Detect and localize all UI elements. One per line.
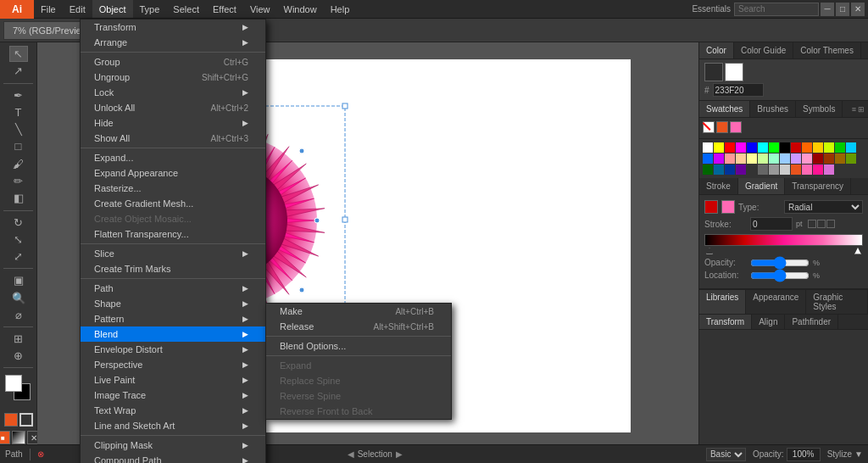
tab-graphic-styles[interactable]: Graphic Styles	[806, 290, 868, 314]
paintbrush-tool[interactable]: 🖌	[9, 156, 28, 172]
opacity-slider[interactable]	[750, 259, 810, 266]
swatch-item[interactable]	[846, 142, 856, 153]
swatch-item[interactable]	[736, 153, 746, 164]
pen-tool[interactable]: ✒	[9, 86, 28, 103]
swatch-item[interactable]	[716, 121, 728, 133]
menu-item-lock[interactable]: Lock▶	[81, 85, 265, 100]
tab-color-themes[interactable]: Color Themes	[793, 42, 861, 59]
location-slider[interactable]	[750, 272, 810, 279]
gradient-stop-handle-2[interactable]	[854, 248, 861, 254]
swatch-item[interactable]	[791, 153, 801, 164]
tab-color-guide[interactable]: Color Guide	[734, 42, 793, 59]
tab-brushes[interactable]: Brushes	[750, 101, 796, 117]
tab-gradient[interactable]: Gradient	[738, 178, 785, 194]
direct-selection-tool[interactable]: ↗	[9, 63, 28, 79]
swatch-item[interactable]	[780, 165, 790, 175]
menu-item-flatten[interactable]: Flatten Transparency...	[81, 226, 265, 242]
menu-help[interactable]: Help	[324, 0, 357, 18]
rect-tool[interactable]: □	[9, 138, 28, 154]
swatch-item[interactable]	[769, 165, 779, 175]
gradient-stop-1[interactable]	[704, 200, 718, 214]
tab-color[interactable]: Color	[699, 42, 734, 59]
menu-item-path[interactable]: Path▶	[81, 281, 265, 296]
warp-tool[interactable]: ⤢	[9, 248, 28, 265]
maximize-button[interactable]: □	[836, 3, 849, 16]
hex-input[interactable]	[713, 83, 764, 97]
menu-item-transform[interactable]: Transform▶	[81, 20, 265, 35]
swatch-item[interactable]	[791, 165, 801, 175]
swatch-item[interactable]	[824, 153, 834, 164]
menu-item-image-trace[interactable]: Image Trace▶	[81, 388, 265, 403]
swatch-item[interactable]	[769, 142, 779, 153]
swatch-item[interactable]	[824, 142, 834, 153]
line-tool[interactable]: ╲	[9, 121, 28, 137]
swatch-item[interactable]	[813, 142, 823, 153]
menu-item-unlock-all[interactable]: Unlock All Alt+Ctrl+2	[81, 100, 265, 115]
foreground-color-swatch[interactable]	[5, 375, 22, 392]
gradient-tool[interactable]: ▣	[9, 272, 28, 288]
menu-item-group[interactable]: Group Ctrl+G	[81, 54, 265, 70]
tab-transform[interactable]: Transform	[699, 315, 752, 329]
swatch-item[interactable]	[813, 165, 823, 175]
gradient-stop-handle-1[interactable]	[706, 248, 713, 254]
menu-item-create-trim[interactable]: Create Trim Marks	[81, 261, 265, 276]
swatch-item[interactable]	[714, 165, 724, 175]
menu-item-expand[interactable]: Expand...	[81, 150, 265, 165]
swatch-item[interactable]	[758, 165, 768, 175]
tab-align[interactable]: Align	[752, 315, 785, 329]
menu-item-text-wrap[interactable]: Text Wrap▶	[81, 403, 265, 418]
menu-item-hide[interactable]: Hide▶	[81, 115, 265, 131]
swatch-item[interactable]	[791, 142, 801, 153]
menu-item-rasterize[interactable]: Rasterize...	[81, 181, 265, 196]
swatch-item[interactable]	[703, 142, 713, 153]
menu-effect[interactable]: Effect	[206, 0, 243, 18]
stroke-style-3[interactable]	[826, 220, 835, 228]
bg-color-box[interactable]	[725, 63, 743, 81]
playback-prev[interactable]: ◀	[348, 449, 354, 459]
opacity-input[interactable]	[787, 448, 821, 461]
menu-item-arrange[interactable]: Arrange▶	[81, 35, 265, 50]
blend-options[interactable]: Blend Options...	[266, 338, 451, 354]
menu-item-pattern[interactable]: Pattern▶	[81, 311, 265, 326]
swatch-item[interactable]	[703, 165, 713, 175]
swatch-item[interactable]	[769, 153, 779, 164]
close-button[interactable]: ✕	[851, 3, 865, 16]
tab-symbols[interactable]: Symbols	[796, 101, 843, 117]
menu-item-blend[interactable]: Blend▶	[81, 326, 265, 342]
menu-item-live-paint[interactable]: Live Paint▶	[81, 372, 265, 388]
tab-libraries[interactable]: Libraries	[699, 290, 746, 314]
menu-view[interactable]: View	[243, 0, 277, 18]
menu-type[interactable]: Type	[133, 0, 167, 18]
menu-item-compound-path[interactable]: Compound Path▶	[81, 453, 265, 463]
swatch-item[interactable]	[730, 121, 742, 133]
swatch-item[interactable]	[736, 142, 746, 153]
swatch-item[interactable]	[725, 142, 735, 153]
swatches-view-btn[interactable]: ≡	[852, 105, 856, 114]
gradient-type-select[interactable]: Radial	[784, 200, 863, 214]
stroke-input[interactable]	[750, 217, 793, 231]
color-selector[interactable]	[5, 375, 32, 399]
swatch-item[interactable]	[813, 153, 823, 164]
swatch-item[interactable]	[725, 153, 735, 164]
swatch-item[interactable]	[714, 142, 724, 153]
swatch-item[interactable]	[802, 165, 812, 175]
menu-item-show-all[interactable]: Show All Alt+Ctrl+3	[81, 131, 265, 146]
swatch-item[interactable]	[824, 165, 834, 175]
menu-item-line-sketch[interactable]: Line and Sketch Art▶	[81, 418, 265, 433]
blend-release[interactable]: Release Alt+Shift+Ctrl+B	[266, 319, 451, 334]
zoom-tool[interactable]: ⊕	[9, 348, 28, 364]
menu-item-ungroup[interactable]: Ungroup Shift+Ctrl+G	[81, 70, 265, 85]
swatch-item[interactable]	[835, 153, 845, 164]
swatch-item[interactable]	[758, 142, 768, 153]
style-dropdown-icon[interactable]: ▼	[854, 449, 863, 459]
swatch-item[interactable]	[714, 153, 724, 164]
tab-pathfinder[interactable]: Pathfinder	[785, 315, 838, 329]
swatch-item[interactable]	[802, 142, 812, 153]
menu-object[interactable]: Object	[92, 0, 133, 18]
stroke-style-2[interactable]	[817, 220, 826, 228]
pencil-tool[interactable]: ✏	[9, 173, 28, 189]
minimize-button[interactable]: ─	[821, 3, 834, 16]
gradient-mode-btn[interactable]	[12, 431, 25, 444]
tab-swatches[interactable]: Swatches	[699, 101, 750, 117]
scale-tool[interactable]: ⤡	[9, 232, 28, 248]
